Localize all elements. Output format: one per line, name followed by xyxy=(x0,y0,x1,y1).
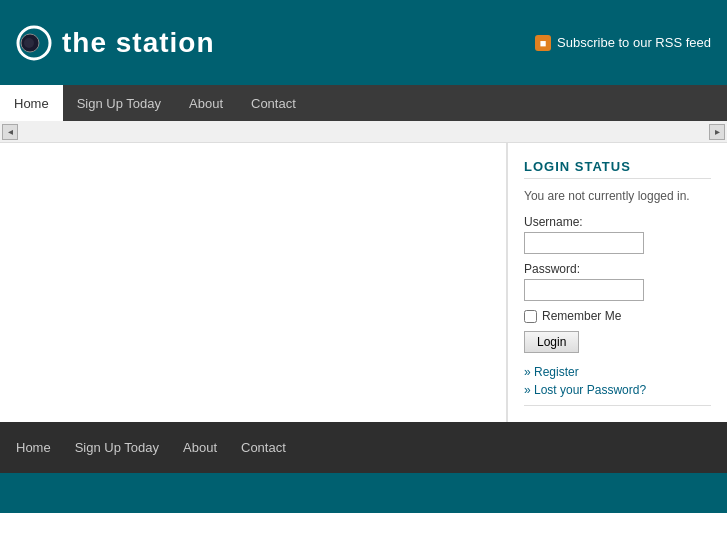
remember-label: Remember Me xyxy=(542,309,621,323)
main-nav: Home Sign Up Today About Contact xyxy=(0,85,727,121)
username-label: Username: xyxy=(524,215,711,229)
footer-bar xyxy=(0,473,727,513)
footer-nav-contact[interactable]: Contact xyxy=(241,440,286,455)
rss-link[interactable]: ■ Subscribe to our RSS feed xyxy=(535,35,711,51)
nav-item-about[interactable]: About xyxy=(175,85,237,121)
site-title: the station xyxy=(62,27,215,59)
rss-label: Subscribe to our RSS feed xyxy=(557,35,711,50)
scroll-row: ◂ ▸ xyxy=(0,121,727,143)
footer-nav-signup[interactable]: Sign Up Today xyxy=(75,440,159,455)
login-status-text: You are not currently logged in. xyxy=(524,189,711,203)
login-status-title: LOGIN STATUS xyxy=(524,159,711,179)
footer-nav-about[interactable]: About xyxy=(183,440,217,455)
content-area: LOGIN STATUS You are not currently logge… xyxy=(0,143,727,422)
footer-nav-home[interactable]: Home xyxy=(16,440,51,455)
register-link[interactable]: » Register xyxy=(524,365,711,379)
main-content xyxy=(0,143,507,422)
sidebar: LOGIN STATUS You are not currently logge… xyxy=(507,143,727,422)
svg-point-2 xyxy=(24,38,34,48)
remember-row: Remember Me xyxy=(524,309,711,323)
nav-item-signup[interactable]: Sign Up Today xyxy=(63,85,175,121)
logo-area: the station xyxy=(16,25,215,61)
scroll-left-arrow[interactable]: ◂ xyxy=(2,124,18,140)
nav-item-home[interactable]: Home xyxy=(0,85,63,121)
logo-icon xyxy=(16,25,52,61)
username-input[interactable] xyxy=(524,232,644,254)
rss-icon: ■ xyxy=(535,35,551,51)
sidebar-divider xyxy=(524,405,711,406)
nav-item-contact[interactable]: Contact xyxy=(237,85,310,121)
footer-nav: Home Sign Up Today About Contact xyxy=(0,422,727,473)
site-header: the station ■ Subscribe to our RSS feed xyxy=(0,0,727,85)
login-button[interactable]: Login xyxy=(524,331,579,353)
password-input[interactable] xyxy=(524,279,644,301)
lost-password-link[interactable]: » Lost your Password? xyxy=(524,383,711,397)
scroll-right-arrow[interactable]: ▸ xyxy=(709,124,725,140)
password-label: Password: xyxy=(524,262,711,276)
remember-checkbox[interactable] xyxy=(524,310,537,323)
